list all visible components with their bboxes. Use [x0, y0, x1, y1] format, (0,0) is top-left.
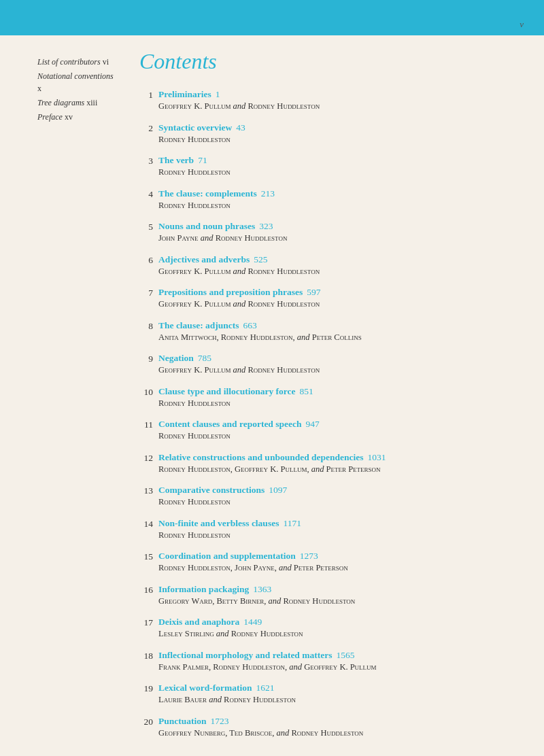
chapter-title-7[interactable]: Prepositions and preposition phrases [158, 287, 303, 298]
chapter-page-3: 71 [198, 155, 207, 166]
chapter-authors-18: Frank Palmer, Rodney Huddleston, and Geo… [158, 662, 517, 674]
preface-label: Preface [37, 112, 63, 122]
chapter-title-9[interactable]: Negation [158, 353, 194, 364]
chapter-body-12: Relative constructions and unbounded dep… [158, 452, 517, 476]
toc-list: 1Preliminaries1Geoffrey K. Pullum and Ro… [139, 89, 517, 739]
chapter-number-1: 1 [139, 89, 158, 101]
chapter-number-2: 2 [139, 122, 158, 134]
chapter-body-10: Clause type and illocutionary force851Ro… [158, 386, 517, 410]
chapter-authors-14: Rodney Huddleston [158, 530, 517, 542]
chapter-title-line-18: Inflectional morphology and related matt… [158, 650, 517, 661]
contributors-label: List of contributors [37, 57, 101, 67]
chapter-authors-16: Gregory Ward, Betty Birner, and Rodney H… [158, 596, 517, 608]
chapter-title-line-5: Nouns and noun phrases323 [158, 221, 517, 232]
chapter-title-14[interactable]: Non-finite and verbless clauses [158, 518, 279, 529]
chapter-number-8: 8 [139, 320, 158, 332]
chapter-title-2[interactable]: Syntactic overview [158, 122, 232, 133]
chapter-title-5[interactable]: Nouns and noun phrases [158, 221, 255, 232]
toc-entry-1: 1Preliminaries1Geoffrey K. Pullum and Ro… [139, 89, 517, 113]
chapter-title-4[interactable]: The clause: complements [158, 188, 257, 199]
chapter-authors-6: Geoffrey K. Pullum and Rodney Huddleston [158, 266, 517, 278]
chapter-number-3: 3 [139, 155, 158, 167]
chapter-number-19: 19 [139, 683, 158, 694]
chapter-authors-20: Geoffrey Nunberg, Ted Briscoe, and Rodne… [158, 727, 517, 740]
chapter-page-11: 947 [306, 419, 320, 430]
toc-entry-12: 12Relative constructions and unbounded d… [139, 452, 517, 476]
chapter-number-15: 15 [139, 551, 158, 562]
chapter-body-6: Adjectives and adverbs525Geoffrey K. Pul… [158, 254, 517, 278]
chapter-title-line-7: Prepositions and preposition phrases597 [158, 287, 517, 298]
chapter-authors-1: Geoffrey K. Pullum and Rodney Huddleston [158, 101, 517, 113]
sidebar-item-preface: Preface xv [37, 111, 116, 123]
chapter-number-18: 18 [139, 650, 158, 662]
chapter-title-13[interactable]: Comparative constructions [158, 485, 265, 496]
sidebar-item-tree: Tree diagrams xiii [37, 97, 116, 109]
chapter-title-10[interactable]: Clause type and illocutionary force [158, 386, 296, 397]
chapter-body-1: Preliminaries1Geoffrey K. Pullum and Rod… [158, 89, 517, 113]
chapter-title-line-8: The clause: adjuncts663 [158, 320, 517, 331]
chapter-page-6: 525 [254, 254, 267, 265]
chapter-body-15: Coordination and supplementation1273Rodn… [158, 551, 517, 574]
chapter-title-line-9: Negation785 [158, 353, 517, 364]
toc-entry-3: 3The verb71Rodney Huddleston [139, 155, 517, 179]
chapter-page-19: 1621 [256, 683, 275, 693]
chapter-body-5: Nouns and noun phrases323John Payne and … [158, 221, 517, 245]
chapter-authors-11: Rodney Huddleston [158, 430, 517, 443]
chapter-title-1[interactable]: Preliminaries [158, 89, 211, 100]
left-sidebar: List of contributors vi Notational conve… [0, 49, 126, 756]
chapter-number-16: 16 [139, 584, 158, 596]
chapter-title-3[interactable]: The verb [158, 155, 194, 166]
chapter-title-17[interactable]: Deixis and anaphora [158, 617, 239, 628]
toc-entry-7: 7Prepositions and preposition phrases597… [139, 287, 517, 311]
chapter-title-line-15: Coordination and supplementation1273 [158, 551, 517, 562]
chapter-body-9: Negation785Geoffrey K. Pullum and Rodney… [158, 353, 517, 377]
chapter-body-2: Syntactic overview43Rodney Huddleston [158, 122, 517, 146]
preface-page: xv [65, 112, 73, 122]
chapter-title-8[interactable]: The clause: adjuncts [158, 320, 239, 331]
notational-label: Notational conventions [37, 71, 114, 81]
chapter-page-20: 1723 [211, 716, 229, 727]
chapter-number-13: 13 [139, 485, 158, 496]
chapter-authors-12: Rodney Huddleston, Geoffrey K. Pullum, a… [158, 464, 517, 476]
chapter-number-9: 9 [139, 353, 158, 364]
chapter-title-20[interactable]: Punctuation [158, 716, 207, 727]
chapter-title-11[interactable]: Content clauses and reported speech [158, 419, 302, 430]
chapter-page-4: 213 [261, 188, 275, 199]
chapter-title-12[interactable]: Relative constructions and unbounded dep… [158, 452, 364, 463]
chapter-body-16: Information packaging1363Gregory Ward, B… [158, 584, 517, 608]
main-content: List of contributors vi Notational conve… [0, 35, 544, 756]
chapter-body-19: Lexical word-formation1621Laurie Bauer a… [158, 683, 517, 706]
chapter-title-16[interactable]: Information packaging [158, 584, 249, 595]
toc-entry-14: 14Non-finite and verbless clauses1171Rod… [139, 518, 517, 542]
toc-entry-6: 6Adjectives and adverbs525Geoffrey K. Pu… [139, 254, 517, 278]
toc-entry-15: 15Coordination and supplementation1273Ro… [139, 551, 517, 574]
chapter-title-line-4: The clause: complements213 [158, 188, 517, 199]
chapter-title-15[interactable]: Coordination and supplementation [158, 551, 296, 562]
chapter-page-7: 597 [307, 287, 320, 298]
chapter-title-19[interactable]: Lexical word-formation [158, 683, 252, 693]
chapter-title-line-11: Content clauses and reported speech947 [158, 419, 517, 430]
chapter-number-7: 7 [139, 287, 158, 298]
toc-entry-8: 8The clause: adjuncts663Anita Mittwoch, … [139, 320, 517, 344]
chapter-page-18: 1565 [336, 650, 354, 661]
contents-area: Contents 1Preliminaries1Geoffrey K. Pull… [126, 49, 544, 756]
top-bar: v [0, 0, 544, 35]
chapter-title-line-17: Deixis and anaphora1449 [158, 617, 517, 628]
chapter-title-18[interactable]: Inflectional morphology and related matt… [158, 650, 332, 661]
chapter-number-14: 14 [139, 518, 158, 530]
chapter-page-1: 1 [216, 89, 220, 100]
chapter-number-11: 11 [139, 419, 158, 430]
contents-title: Contents [139, 49, 517, 74]
toc-entry-2: 2Syntactic overview43Rodney Huddleston [139, 122, 517, 146]
chapter-title-line-13: Comparative constructions1097 [158, 485, 517, 496]
chapter-page-10: 851 [300, 386, 313, 397]
sidebar-item-notational: Notational conventions x [37, 70, 116, 94]
chapter-title-line-1: Preliminaries1 [158, 89, 517, 100]
chapter-number-5: 5 [139, 221, 158, 233]
page-number-top: v [520, 19, 524, 30]
chapter-body-17: Deixis and anaphora1449Lesley Stirling a… [158, 617, 517, 640]
chapter-title-line-20: Punctuation1723 [158, 716, 517, 727]
toc-entry-16: 16Information packaging1363Gregory Ward,… [139, 584, 517, 608]
chapter-title-line-10: Clause type and illocutionary force851 [158, 386, 517, 397]
chapter-title-6[interactable]: Adjectives and adverbs [158, 254, 250, 265]
